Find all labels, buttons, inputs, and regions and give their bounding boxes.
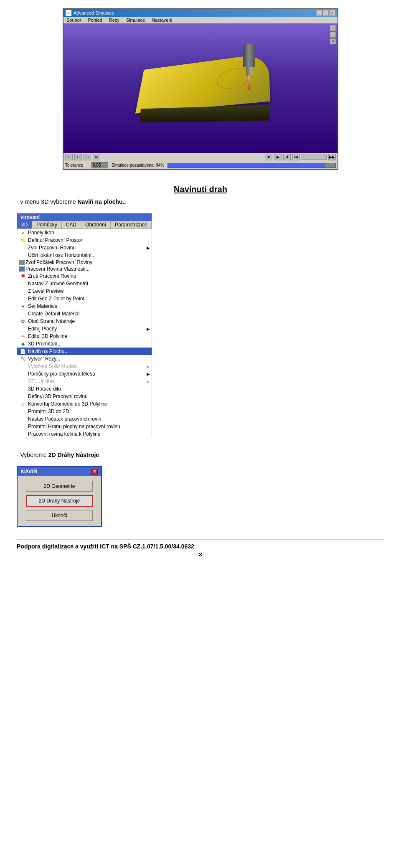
menu-item-edit-geo[interactable]: Edit Geo Z Point by Point — [17, 295, 152, 302]
menu-item-set-materials[interactable]: ♦ Set Materials — [17, 302, 152, 310]
tb-stop[interactable]: ■ — [265, 154, 272, 160]
x-icon: ✖ — [19, 273, 27, 279]
menu-item-definuj-3d[interactable]: Definuj 3D Pracovní rovinu — [17, 393, 152, 400]
tb-c[interactable]: C — [74, 154, 82, 160]
spacer-icon13 — [19, 408, 27, 415]
menu-item-zvol-rovinu[interactable]: Zvol Pracovní Rovinu ▶ — [17, 244, 152, 251]
sim-progress-row: Tolerance 0.05 Simulace pozastavena: 94% — [63, 161, 338, 169]
menu-item-3d-rotace[interactable]: 3D Rotace dilu — [17, 385, 152, 393]
toolbar-icon-2[interactable]: - — [330, 32, 336, 38]
menu-item-promitni-3d[interactable]: Promítni 3D do 2D — [17, 408, 152, 415]
sim-viewport: + - ⟳ — [63, 23, 338, 153]
section-heading: Navinutí drah — [17, 185, 384, 194]
spacer-icon9 — [19, 371, 27, 377]
instruction-1-text: - v menu 3D vybereme — [17, 198, 78, 205]
menu-item-navin-na-plochu[interactable]: 📄 Naviň na Plochu... — [17, 348, 152, 355]
menu-item-nastav-pocatek[interactable]: Nastav Počátek pracovních rovin — [17, 415, 152, 423]
tb-sq1[interactable]: □ — [84, 154, 91, 160]
page-icon: 📄 — [19, 348, 27, 355]
menu-pohled[interactable]: Pohled — [86, 17, 103, 23]
tb-plus[interactable]: + — [65, 154, 73, 160]
diamond-icon: ♦ — [19, 303, 27, 310]
spacer-icon5 — [19, 295, 27, 302]
menu-item-nastav-z[interactable]: Nastav Z úrovně Geometrií — [17, 280, 152, 287]
tb-play[interactable]: ▶ — [274, 154, 282, 160]
menu-item-otoc[interactable]: ⚙ Otoč Stranu Nástroje — [17, 317, 152, 325]
spacer-icon16 — [19, 431, 27, 437]
footer: Podpora digitalizace a využití ICT na SP… — [17, 539, 384, 558]
sq-icon1 — [19, 260, 25, 265]
menu-item-z-preview[interactable]: Z Level Preview — [17, 287, 152, 295]
menu-item-vytezeni[interactable]: Vytěžení Solid Modelu ▶ — [17, 363, 152, 370]
menu-tab-parametrizace[interactable]: Parametrizace — [111, 221, 152, 228]
cube-icon: ◆ — [19, 340, 27, 347]
progress-bar-fill — [168, 163, 325, 168]
menu-item-edituj-polyline[interactable]: ✏ Edituj 3D Polyline — [17, 332, 152, 340]
navin-btn-ukonci[interactable]: Ukonči — [26, 510, 93, 521]
menu-nastaveni[interactable]: Nastavení — [150, 17, 174, 23]
instruction-1-bold: Naviň na plochu.. — [78, 198, 126, 205]
spacer-icon8 — [19, 363, 27, 370]
toolbar-icon-3[interactable]: ⟳ — [330, 38, 336, 44]
menu-tab-3d[interactable]: 3D — [17, 221, 32, 228]
navin-btn-2d-geometrie[interactable]: 2D Geometrie — [26, 481, 93, 492]
instruction-2-prefix: - Vybereme — [17, 452, 48, 458]
maximize-button[interactable]: □ — [323, 10, 329, 16]
tolerance-value: 0.05 — [91, 162, 108, 168]
tb-slider[interactable] — [302, 155, 327, 160]
menu-item-edituj-plochy[interactable]: Edituj Plochy ▶ — [17, 325, 152, 332]
simulation-window: A Advanced Simulace _ □ ✕ Soubor Pohled … — [63, 8, 338, 170]
menu-tab-pomucky[interactable]: Pomůcky — [32, 221, 61, 228]
navin-close-button[interactable]: ✕ — [91, 469, 98, 475]
minimize-button[interactable]: _ — [316, 10, 322, 16]
spacer-icon7 — [19, 325, 27, 332]
menu-item-promitni-hranu[interactable]: Promítni Hranu plochy na pracovní rovinu — [17, 423, 152, 430]
navin-title: NAVIŇ — [21, 468, 37, 475]
wrench-icon: 🔧 — [19, 355, 27, 362]
menu-item-zrus[interactable]: ✖ Zruš Pracovní Rovinu — [17, 272, 152, 280]
sim-menubar: Soubor Pohled Řezy Simulace Nastavení — [63, 17, 338, 23]
footer-text: Podpora digitalizace a využití ICT na SP… — [17, 543, 194, 550]
instruction-2: - Vybereme 2D Dráhy Nástroje — [17, 451, 384, 459]
tb-pause[interactable]: ⏸ — [283, 154, 291, 160]
menu-rezy[interactable]: Řezy — [108, 17, 121, 23]
spacer-icon3 — [19, 280, 27, 287]
gear-icon: ⚙ — [19, 318, 27, 325]
menu-item-pomucky-objem[interactable]: Pomůcky pro objemová tělesa ▶ — [17, 370, 152, 378]
sim-3d-scene — [117, 42, 284, 134]
tb-sq2[interactable]: ⊕ — [93, 154, 100, 160]
menu-item-kolma[interactable]: Pracovní rovina kolmá k Polyline — [17, 430, 152, 438]
progress-text: Simulace pozastavena: 94% — [112, 163, 164, 168]
close-button[interactable]: ✕ — [330, 10, 335, 16]
spacer-icon15 — [19, 423, 27, 430]
menu-item-prv[interactable]: Pracovní Rovina Vlastnosti... — [17, 266, 152, 272]
menu-item-create-default[interactable]: Create Default Material — [17, 310, 152, 317]
menu-tab-obrabeni[interactable]: Obrábění — [81, 221, 111, 228]
menu-soubor[interactable]: Soubor — [65, 17, 82, 23]
menu-item-ucin[interactable]: Učiň lokální osu Horizontální... — [17, 251, 152, 259]
toolbar-icon-1[interactable]: + — [330, 25, 336, 31]
section2: - Vybereme 2D Dráhy Nástroje NAVIŇ ✕ 2D … — [17, 451, 384, 531]
navin-body: 2D Geometrie 2D Dráhy Nástroje Ukonči — [18, 476, 101, 526]
menu-item-stl[interactable]: STL Utilities ▶ — [17, 378, 152, 385]
arrows-icon: ↕ — [19, 401, 27, 407]
menu-tab-cad[interactable]: CAD — [62, 221, 81, 228]
tb-rewind[interactable]: ⏮ — [292, 154, 300, 160]
tb-ff[interactable]: ▶▶ — [328, 154, 336, 160]
menu-item-zvol-pocatek[interactable]: Zvol Počátek Pracovní Roviny — [17, 259, 152, 266]
spacer-icon2 — [19, 252, 27, 259]
menu-item-3d-promitani[interactable]: ◆ 3D Promítání... — [17, 340, 152, 348]
menu-item-definuj[interactable]: 📁 Definuj Pracovní Prostor — [17, 236, 152, 244]
menu-item-panely-ikon[interactable]: ✓ Panely Ikon — [17, 229, 152, 236]
menu-item-konvertuj[interactable]: ↕ Konvertuj Geometriii do 3D Polyline — [17, 400, 152, 408]
menu-item-vytvor-rezy[interactable]: 🔧 Vytvořʼ Řezy... — [17, 355, 152, 363]
tolerance-label: Tolerance — [65, 163, 88, 168]
main-content: Navinutí drah - v menu 3D vybereme Naviň… — [0, 174, 401, 562]
menu-items-list: ✓ Panely Ikon 📁 Definuj Pracovní Prostor… — [17, 229, 152, 438]
sim-titlebar: A Advanced Simulace _ □ ✕ — [63, 9, 338, 17]
sim-app-icon: A — [66, 10, 71, 16]
check-icon: ✓ — [19, 229, 27, 236]
navin-btn-2d-drahy[interactable]: 2D Dráhy Nástroje — [26, 495, 93, 507]
menu-simulace[interactable]: Simulace — [125, 17, 146, 23]
sim-bottom-toolbar: + C □ ⊕ ■ ▶ ⏸ ⏮ ▶▶ — [63, 153, 338, 161]
